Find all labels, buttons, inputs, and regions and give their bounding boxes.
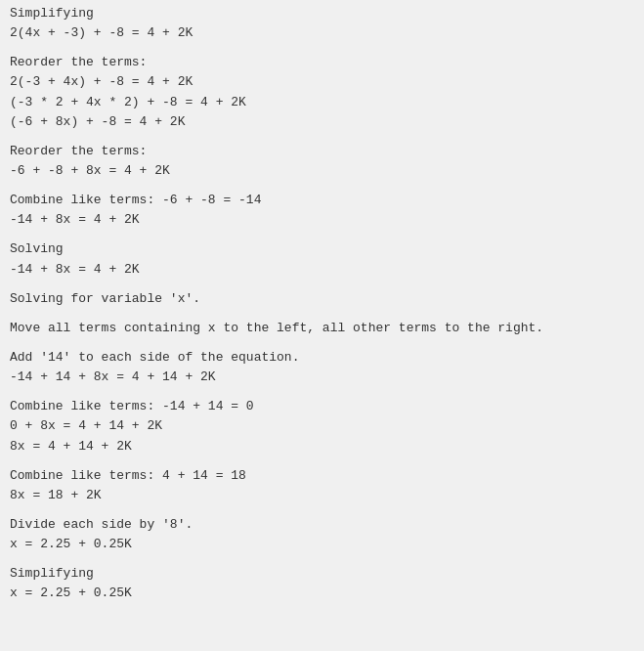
text-line: Reorder the terms:: [10, 142, 634, 161]
spacer: [10, 554, 634, 564]
spacer: [10, 387, 634, 397]
text-line: Solving: [10, 239, 634, 259]
spacer: [10, 181, 634, 191]
text-line: Combine like terms: 4 + 14 = 18: [10, 466, 634, 486]
text-line: Divide each side by '8'.: [10, 515, 634, 535]
text-line: Simplifying: [10, 564, 634, 584]
spacer: [10, 230, 634, 239]
spacer: [10, 456, 634, 466]
spacer: [10, 505, 634, 515]
text-line: -6 + -8 + 8x = 4 + 2K: [10, 161, 634, 181]
text-line: Move all terms containing x to the left,…: [10, 319, 634, 338]
spacer: [10, 132, 634, 142]
text-line: Add '14' to each side of the equation.: [10, 348, 634, 368]
text-line: 0 + 8x = 4 + 14 + 2K: [10, 416, 634, 436]
text-line: -14 + 8x = 4 + 2K: [10, 260, 634, 280]
text-line: 2(-3 + 4x) + -8 = 4 + 2K: [10, 72, 634, 92]
text-line: Combine like terms: -14 + 14 = 0: [10, 397, 634, 416]
spacer: [10, 309, 634, 319]
spacer: [10, 280, 634, 289]
text-line: Solving for variable 'x'.: [10, 289, 634, 309]
text-line: x = 2.25 + 0.25K: [10, 584, 634, 603]
text-line: Simplifying: [10, 4, 634, 23]
text-line: 8x = 4 + 14 + 2K: [10, 437, 634, 456]
text-line: 8x = 18 + 2K: [10, 486, 634, 505]
text-line: Reorder the terms:: [10, 53, 634, 72]
spacer: [10, 43, 634, 53]
text-line: -14 + 14 + 8x = 4 + 14 + 2K: [10, 368, 634, 387]
text-line: 2(4x + -3) + -8 = 4 + 2K: [10, 23, 634, 43]
main-content: Simplifying2(4x + -3) + -8 = 4 + 2KReord…: [0, 0, 644, 651]
spacer: [10, 338, 634, 348]
text-line: -14 + 8x = 4 + 2K: [10, 210, 634, 230]
text-line: Combine like terms: -6 + -8 = -14: [10, 191, 634, 210]
text-line: x = 2.25 + 0.25K: [10, 535, 634, 554]
text-line: (-3 * 2 + 4x * 2) + -8 = 4 + 2K: [10, 93, 634, 112]
text-line: (-6 + 8x) + -8 = 4 + 2K: [10, 112, 634, 132]
